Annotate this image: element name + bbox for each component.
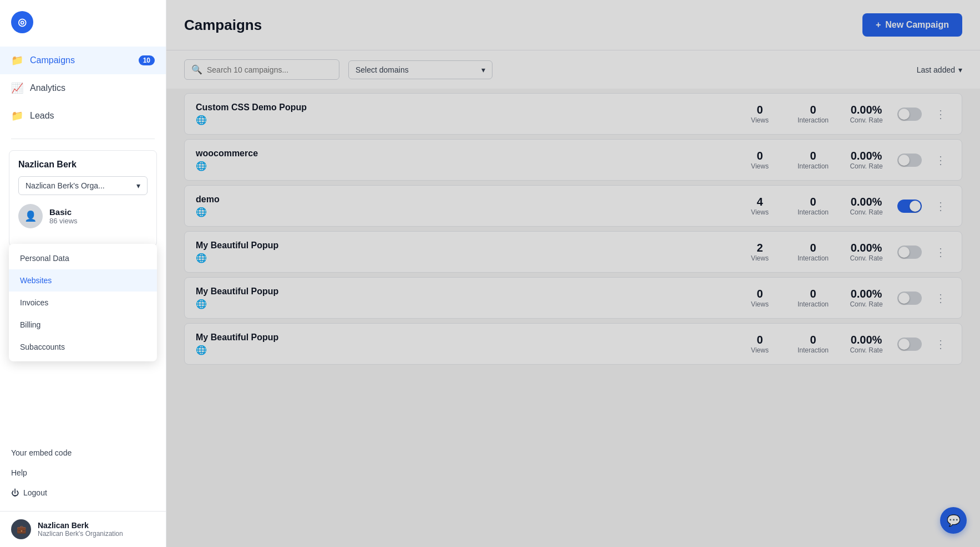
plan-name: Basic [49, 207, 78, 217]
dropdown-item-invoices[interactable]: Invoices [9, 292, 157, 314]
dropdown-item-subaccounts[interactable]: Subaccounts [9, 336, 157, 358]
logout-label: Logout [23, 488, 47, 497]
account-dropdown-menu: Personal Data Websites Invoices Billing … [9, 244, 157, 361]
avatar-icon: 👤 [24, 210, 37, 222]
embed-code-link[interactable]: Your embed code [11, 443, 155, 463]
user-footer-info: Nazlican Berk Nazlican Berk's Organizati… [38, 521, 123, 538]
sidebar-item-analytics[interactable]: 📈 Analytics [0, 74, 166, 102]
plan-info: Basic 86 views [49, 207, 78, 225]
user-footer: 💼 Nazlican Berk Nazlican Berk's Organiza… [0, 511, 166, 547]
plan-views: 86 views [49, 217, 78, 225]
logout-button[interactable]: ⏻ Logout [11, 483, 155, 503]
sidebar-nav: 📁 Campaigns 10 📈 Analytics 📁 Leads [0, 42, 166, 134]
sidebar: ◎ 📁 Campaigns 10 📈 Analytics 📁 Leads Naz… [0, 0, 166, 547]
org-name: Nazlican Berk's Orga... [26, 181, 105, 190]
sidebar-bottom-links: Your embed code Help ⏻ Logout [0, 443, 166, 503]
dropdown-item-billing[interactable]: Billing [9, 314, 157, 336]
user-footer-org: Nazlican Berk's Organization [38, 530, 123, 538]
dropdown-chevron-icon: ▾ [136, 181, 140, 190]
sidebar-item-campaigns[interactable]: 📁 Campaigns 10 [0, 47, 166, 74]
analytics-icon: 📈 [11, 82, 23, 94]
user-footer-name: Nazlican Berk [38, 521, 123, 530]
org-dropdown[interactable]: Nazlican Berk's Orga... ▾ [18, 176, 148, 195]
dropdown-item-websites[interactable]: Websites [9, 269, 157, 292]
dropdown-item-personal-data[interactable]: Personal Data [9, 247, 157, 269]
plan-avatar: 👤 [18, 204, 43, 228]
logo-area: ◎ [0, 0, 166, 42]
campaigns-label: Campaigns [30, 55, 75, 65]
sidebar-item-leads[interactable]: 📁 Leads [0, 102, 166, 130]
plan-row: 👤 Basic 86 views [18, 204, 148, 237]
analytics-label: Analytics [30, 83, 65, 93]
logout-icon: ⏻ [11, 488, 19, 497]
campaigns-badge: 10 [139, 55, 155, 65]
nav-divider [11, 139, 155, 139]
help-link[interactable]: Help [11, 463, 155, 483]
user-name: Nazlican Berk [18, 160, 148, 170]
user-section: Nazlican Berk Nazlican Berk's Orga... ▾ … [9, 150, 157, 247]
user-footer-avatar: 💼 [11, 519, 31, 539]
campaigns-icon: 📁 [11, 54, 23, 67]
leads-icon: 📁 [11, 110, 23, 122]
briefcase-icon: 💼 [17, 525, 26, 534]
leads-label: Leads [30, 111, 54, 121]
app-logo: ◎ [11, 11, 33, 33]
